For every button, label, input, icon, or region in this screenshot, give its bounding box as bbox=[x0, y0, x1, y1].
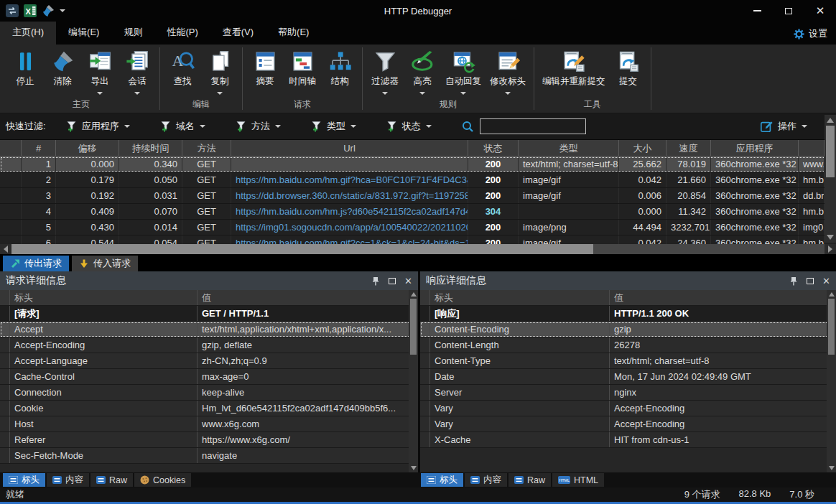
panel-scrollbar[interactable] bbox=[827, 290, 836, 472]
structure-button[interactable]: 结构 bbox=[322, 47, 358, 95]
header-row[interactable]: Hostwww.x6g.com bbox=[0, 416, 418, 432]
scrollbar-thumb[interactable] bbox=[828, 299, 835, 355]
header-row[interactable]: Refererhttps://www.x6g.com/ bbox=[0, 432, 418, 448]
request-row[interactable]: 2 0.179 0.050 GET https://hm.baidu.com/h… bbox=[0, 172, 836, 188]
auto-reply-button[interactable]: 自动回复 bbox=[442, 47, 485, 95]
col-method[interactable]: 方法 bbox=[182, 140, 231, 156]
scroll-up-icon[interactable] bbox=[827, 118, 834, 123]
scroll-down-icon[interactable] bbox=[829, 466, 835, 470]
header-row[interactable]: Accept-Encodinggzip, deflate bbox=[0, 337, 418, 353]
find-button[interactable]: A 查找 bbox=[164, 47, 200, 95]
header-row[interactable]: [响应]HTTP/1.1 200 OK bbox=[420, 306, 836, 322]
menu-help[interactable]: 帮助(E) bbox=[266, 20, 321, 45]
col-speed[interactable]: 速度 bbox=[667, 140, 711, 156]
maximize-button[interactable] bbox=[773, 0, 804, 22]
tab-response-headers[interactable]: 标头 bbox=[421, 473, 463, 487]
scrollbar-thumb[interactable] bbox=[11, 244, 593, 254]
clear-quick-icon[interactable] bbox=[42, 4, 55, 17]
header-row[interactable]: VaryAccept-Encoding bbox=[420, 416, 836, 432]
stop-button[interactable]: 停止 bbox=[7, 47, 43, 95]
tab-response-content[interactable]: 内容 bbox=[465, 473, 507, 487]
maximize-panel-icon[interactable] bbox=[807, 278, 814, 284]
session-button[interactable]: 会话 bbox=[119, 47, 155, 95]
col-url[interactable]: Url bbox=[231, 140, 468, 156]
tab-response-html[interactable]: HTML HTML bbox=[552, 473, 604, 487]
scroll-up-icon[interactable] bbox=[829, 292, 835, 297]
header-row[interactable]: Servernginx bbox=[420, 385, 836, 401]
modify-headers-button[interactable]: 修改标头 bbox=[486, 47, 529, 95]
header-row[interactable]: X-CacheHIT from cdn-us-1 bbox=[420, 432, 836, 448]
col-status[interactable]: 状态 bbox=[468, 140, 519, 156]
col-size[interactable]: 大小 bbox=[619, 140, 667, 156]
request-table-header[interactable]: # 偏移 持续时间 方法 Url 状态 类型 大小 速度 应用程序 bbox=[0, 140, 836, 157]
header-row[interactable]: [请求]GET / HTTP/1.1 bbox=[0, 306, 418, 322]
export-button[interactable]: 导出 bbox=[82, 47, 118, 95]
header-row[interactable]: Sec-Fetch-Modenavigate bbox=[0, 448, 418, 464]
scroll-up-icon[interactable] bbox=[411, 292, 417, 297]
vertical-scrollbar[interactable] bbox=[825, 115, 836, 243]
close-panel-icon[interactable]: ✕ bbox=[822, 276, 830, 286]
header-row[interactable]: DateMon, 17 Jun 2024 02:49:49 GMT bbox=[420, 369, 836, 385]
col-offset[interactable]: 偏移 bbox=[56, 140, 119, 156]
scroll-down-icon[interactable] bbox=[827, 235, 834, 240]
maximize-panel-icon[interactable] bbox=[389, 278, 396, 284]
menu-edit[interactable]: 编辑(E) bbox=[56, 20, 111, 45]
request-row[interactable]: 4 0.409 0.070 GET https://hm.baidu.com/h… bbox=[0, 204, 836, 220]
submit-button[interactable]: 提交 bbox=[610, 47, 646, 95]
filter-method[interactable]: 方法 bbox=[236, 120, 281, 133]
header-row[interactable]: Cache-Controlmax-age=0 bbox=[0, 369, 418, 385]
col-duration[interactable]: 持续时间 bbox=[119, 140, 182, 156]
header-row[interactable]: Content-Typetext/html; charset=utf-8 bbox=[420, 353, 836, 369]
filters-button[interactable]: 过滤器 bbox=[367, 47, 403, 95]
highlight-button[interactable]: 高亮 bbox=[404, 47, 440, 95]
col-app[interactable]: 应用程序 bbox=[711, 140, 799, 156]
request-row[interactable]: 3 0.192 0.031 GET https://dd.browser.360… bbox=[0, 188, 836, 204]
scroll-right-button[interactable] bbox=[825, 244, 836, 254]
request-row[interactable]: 6 0.544 0.054 GET https://hm.baidu.com/h… bbox=[0, 235, 836, 244]
col-domain[interactable] bbox=[799, 140, 825, 156]
quick-access-chevron-icon[interactable] bbox=[60, 9, 65, 12]
scrollbar-thumb[interactable] bbox=[826, 126, 835, 177]
copy-button[interactable]: 复制 bbox=[202, 47, 238, 95]
sync-sessions-icon[interactable] bbox=[6, 4, 19, 17]
filter-status[interactable]: 状态 bbox=[386, 120, 432, 133]
tab-incoming-requests[interactable]: 传入请求 bbox=[72, 256, 138, 271]
filter-application[interactable]: 应用程序 bbox=[66, 120, 130, 133]
col-type[interactable]: 类型 bbox=[519, 140, 619, 156]
close-button[interactable]: ✕ bbox=[804, 0, 836, 22]
menu-rules[interactable]: 规则 bbox=[111, 20, 154, 45]
menu-home[interactable]: 主页(H) bbox=[0, 20, 56, 45]
tab-request-cookies[interactable]: Cookies bbox=[134, 473, 191, 487]
clear-button[interactable]: 清除 bbox=[45, 47, 80, 95]
header-row[interactable]: Connectionkeep-alive bbox=[0, 385, 418, 401]
panel-header-row[interactable]: 标头 值 bbox=[420, 290, 836, 306]
excel-export-icon[interactable]: X bbox=[24, 4, 37, 17]
header-column-label[interactable]: 标头 bbox=[430, 290, 610, 305]
search-input[interactable] bbox=[480, 118, 586, 134]
settings-button[interactable]: 设置 bbox=[793, 27, 836, 45]
request-row[interactable]: 5 0.430 0.014 GET https://img01.sogoucdn… bbox=[0, 220, 836, 235]
edit-resubmit-button[interactable]: 编辑并重新提交 bbox=[539, 47, 609, 95]
header-row[interactable]: CookieHm_lvt_d60e542115f2ca02adf147d409b… bbox=[0, 401, 418, 416]
menu-performance[interactable]: 性能(P) bbox=[154, 20, 210, 45]
actions-button[interactable]: 操作 bbox=[760, 120, 807, 133]
header-row[interactable]: VaryAccept-Encoding bbox=[420, 401, 836, 416]
header-row[interactable]: Content-Length26278 bbox=[420, 337, 836, 353]
header-row[interactable]: Content-Encodinggzip bbox=[420, 322, 836, 337]
scroll-down-icon[interactable] bbox=[411, 466, 417, 470]
pin-icon[interactable] bbox=[789, 276, 798, 286]
value-column-label[interactable]: 值 bbox=[610, 290, 836, 305]
minimize-button[interactable] bbox=[741, 0, 773, 22]
header-row[interactable]: Accepttext/html,application/xhtml+xml,ap… bbox=[0, 322, 418, 337]
tab-response-raw[interactable]: Raw bbox=[508, 473, 551, 487]
timeline-button[interactable]: 时间轴 bbox=[284, 47, 320, 95]
header-row[interactable]: Accept-Languagezh-CN,zh;q=0.9 bbox=[0, 353, 418, 369]
pin-icon[interactable] bbox=[371, 276, 380, 286]
value-column-label[interactable]: 值 bbox=[198, 290, 418, 305]
col-num[interactable]: # bbox=[22, 140, 56, 156]
filter-type[interactable]: 类型 bbox=[311, 120, 356, 133]
filter-domain[interactable]: 域名 bbox=[160, 120, 205, 133]
scrollbar-thumb[interactable] bbox=[410, 299, 417, 355]
panel-header-row[interactable]: 标头 值 bbox=[0, 290, 418, 306]
tab-outgoing-requests[interactable]: 传出请求 bbox=[3, 256, 69, 271]
